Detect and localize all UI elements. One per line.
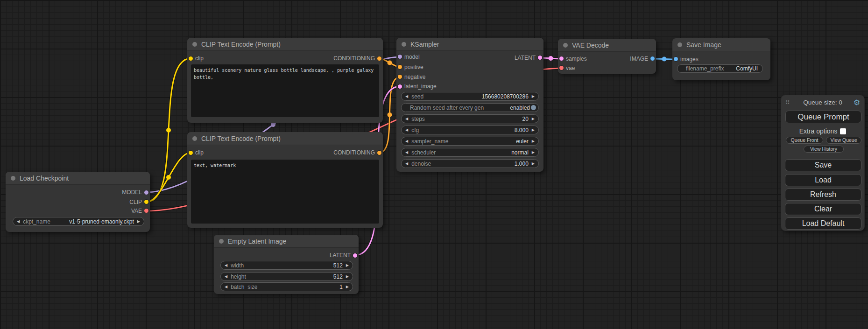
increment-icon[interactable]: ▶	[346, 264, 349, 267]
output-port-conditioning[interactable]	[377, 151, 381, 155]
node-vae-decode[interactable]: VAE Decode samples vae IMAGE	[558, 39, 656, 74]
sampler-name-widget[interactable]: ◀ sampler_name euler ▶	[401, 137, 539, 146]
increment-icon[interactable]: ▶	[346, 275, 349, 279]
filename-prefix-widget[interactable]: filename_prefix ComfyUI	[677, 64, 763, 73]
output-port-conditioning[interactable]	[377, 56, 381, 61]
increment-icon[interactable]: ▶	[532, 162, 535, 166]
view-queue-button[interactable]: View Queue	[826, 137, 861, 144]
node-empty-latent-image[interactable]: Empty Latent Image LATENT ◀ width 512 ▶ …	[214, 235, 359, 294]
widget-label: batch_size	[231, 284, 257, 290]
node-ksampler[interactable]: KSampler model positive negative latent_…	[396, 38, 543, 172]
output-port-clip[interactable]	[144, 200, 148, 204]
decrement-icon[interactable]: ◀	[225, 264, 227, 267]
input-port-clip[interactable]	[189, 56, 193, 61]
output-label-conditioning: CONDITIONING	[333, 55, 375, 62]
save-button[interactable]: Save	[785, 159, 861, 171]
node-title-bar[interactable]: CLIP Text Encode (Prompt)	[187, 132, 383, 145]
widget-label: filename_prefix	[686, 65, 724, 72]
seed-widget[interactable]: ◀ seed 156680208700286 ▶	[401, 92, 539, 101]
collapse-dot-icon[interactable]	[192, 136, 197, 141]
input-port-positive[interactable]	[398, 65, 402, 69]
settings-gear-icon[interactable]: ⚙	[854, 98, 860, 107]
refresh-button[interactable]: Refresh	[785, 189, 861, 201]
cfg-widget[interactable]: ◀ cfg 8.000 ▶	[401, 126, 539, 134]
queue-front-button[interactable]: Queue Front	[786, 137, 823, 144]
widget-label: Random seed after every gen	[410, 105, 484, 111]
widget-label: seed	[411, 93, 423, 100]
input-port-images[interactable]	[674, 57, 678, 61]
widget-value: 156680208700286	[482, 93, 529, 100]
queue-panel-header: ⠿ Queue size: 0 ⚙	[781, 98, 864, 107]
widget-value: v1-5-pruned-emaonly.ckpt	[69, 218, 134, 225]
next-value-icon[interactable]: ▶	[137, 220, 140, 224]
width-widget[interactable]: ◀ width 512 ▶	[220, 261, 353, 270]
denoise-widget[interactable]: ◀ denoise 1.000 ▶	[401, 159, 539, 168]
prev-value-icon[interactable]: ◀	[405, 140, 408, 143]
toggle-on-icon[interactable]	[531, 105, 536, 110]
collapse-dot-icon[interactable]	[192, 42, 197, 47]
output-port-model[interactable]	[144, 190, 148, 195]
input-port-clip[interactable]	[189, 151, 193, 155]
queue-prompt-button[interactable]: Queue Prompt	[785, 111, 861, 123]
output-port-latent[interactable]	[353, 253, 357, 258]
collapse-dot-icon[interactable]	[677, 42, 682, 47]
collapse-dot-icon[interactable]	[402, 42, 406, 47]
load-default-button[interactable]: Load Default	[785, 217, 861, 230]
decrement-icon[interactable]: ◀	[405, 128, 408, 132]
height-widget[interactable]: ◀ height 512 ▶	[220, 272, 353, 281]
input-label-clip: clip	[195, 149, 204, 156]
collapse-dot-icon[interactable]	[563, 43, 568, 48]
next-value-icon[interactable]: ▶	[532, 140, 535, 143]
node-title: CLIP Text Encode (Prompt)	[201, 135, 281, 142]
load-button[interactable]: Load	[785, 174, 861, 186]
node-title-bar[interactable]: Empty Latent Image	[214, 235, 359, 248]
widget-label: width	[231, 262, 244, 269]
random-seed-toggle-widget[interactable]: Random seed after every gen enabled	[401, 103, 539, 112]
decrement-icon[interactable]: ◀	[405, 95, 408, 98]
ckpt-name-widget[interactable]: ◀ ckpt_name v1-5-pruned-emaonly.ckpt ▶	[13, 217, 144, 226]
node-clip-text-encode-negative[interactable]: CLIP Text Encode (Prompt) clip CONDITION…	[187, 132, 383, 228]
input-port-samples[interactable]	[559, 56, 564, 61]
prev-value-icon[interactable]: ◀	[405, 151, 408, 154]
output-label-latent: LATENT	[330, 252, 351, 259]
collapse-dot-icon[interactable]	[11, 176, 15, 181]
input-port-vae[interactable]	[559, 66, 564, 70]
batch-size-widget[interactable]: ◀ batch_size 1 ▶	[220, 282, 353, 291]
input-port-latent-image[interactable]	[398, 84, 402, 89]
decrement-icon[interactable]: ◀	[405, 162, 408, 166]
collapse-dot-icon[interactable]	[219, 239, 224, 244]
prev-value-icon[interactable]: ◀	[17, 220, 20, 224]
view-history-button[interactable]: View History	[804, 146, 844, 153]
output-port-latent[interactable]	[538, 56, 542, 60]
increment-icon[interactable]: ▶	[346, 285, 349, 289]
increment-icon[interactable]: ▶	[532, 128, 535, 132]
node-title-bar[interactable]: Save Image	[672, 38, 770, 51]
decrement-icon[interactable]: ◀	[405, 117, 408, 121]
input-port-model[interactable]	[398, 55, 402, 59]
clear-button[interactable]: Clear	[785, 203, 861, 215]
increment-icon[interactable]: ▶	[532, 117, 535, 121]
steps-widget[interactable]: ◀ steps 20 ▶	[401, 114, 539, 123]
increment-icon[interactable]: ▶	[532, 95, 535, 98]
input-port-negative[interactable]	[398, 75, 402, 79]
node-title-bar[interactable]: CLIP Text Encode (Prompt)	[187, 38, 383, 51]
extra-options-checkbox[interactable]	[840, 128, 846, 134]
scheduler-widget[interactable]: ◀ scheduler normal ▶	[401, 148, 539, 157]
node-clip-text-encode-positive[interactable]: CLIP Text Encode (Prompt) clip CONDITION…	[187, 38, 383, 123]
comfyui-graph-canvas[interactable]: { "icons": {"left": "◀", "right": "▶", "…	[0, 0, 868, 329]
output-label-vae: VAE	[131, 208, 142, 214]
node-load-checkpoint[interactable]: Load Checkpoint MODEL CLIP VAE ◀ ckpt_na…	[6, 172, 150, 232]
decrement-icon[interactable]: ◀	[225, 285, 227, 289]
next-value-icon[interactable]: ▶	[532, 151, 535, 154]
queue-size-label: Queue size: 0	[781, 98, 864, 107]
prompt-textarea[interactable]: beautiful scenery nature glass bottle la…	[191, 64, 379, 117]
node-title-bar[interactable]: Load Checkpoint	[6, 172, 150, 185]
output-port-image[interactable]	[650, 56, 655, 61]
node-title-bar[interactable]: KSampler	[396, 38, 543, 51]
decrement-icon[interactable]: ◀	[225, 275, 227, 279]
node-title-bar[interactable]: VAE Decode	[558, 39, 656, 52]
node-save-image[interactable]: Save Image images filename_prefix ComfyU…	[672, 38, 770, 80]
node-title: VAE Decode	[572, 42, 609, 49]
prompt-textarea[interactable]: text, watermark	[191, 160, 379, 224]
output-port-vae[interactable]	[144, 209, 148, 213]
